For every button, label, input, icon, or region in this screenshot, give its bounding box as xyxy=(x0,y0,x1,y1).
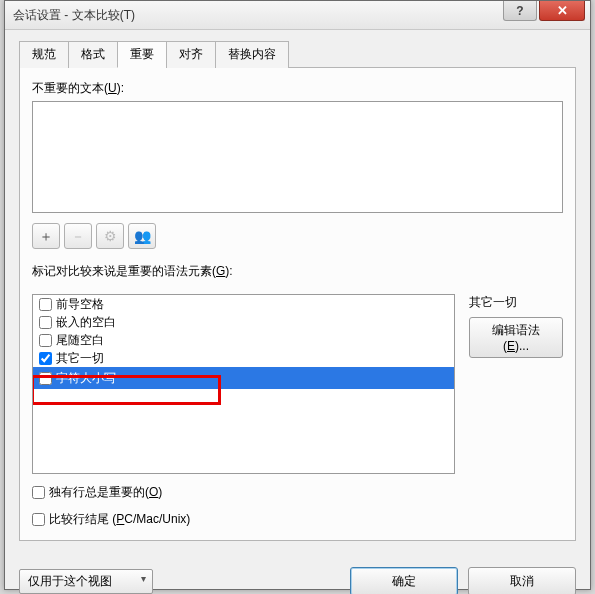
list-item-label: 字符大小写 xyxy=(56,370,116,387)
tab-body-important: 不重要的文本(U): ＋ － ⚙ 👥 标记对比较来说是重要的语法元素(G): 前… xyxy=(19,68,576,541)
alone-rows-label: 独有行总是重要的(O) xyxy=(49,484,162,501)
checkbox-leading-ws[interactable] xyxy=(39,298,52,311)
tab-format[interactable]: 格式 xyxy=(68,41,118,68)
list-item[interactable]: 嵌入的空白 xyxy=(33,313,454,331)
checkbox-trailing-ws[interactable] xyxy=(39,334,52,347)
list-item-label: 前导空格 xyxy=(56,296,104,313)
help-button[interactable]: ? xyxy=(503,1,537,21)
grammar-section: 前导空格 嵌入的空白 尾随空白 其它一切 xyxy=(32,294,563,474)
settings-button[interactable]: ⚙ xyxy=(96,223,124,249)
tab-spec[interactable]: 规范 xyxy=(19,41,69,68)
client-area: 规范 格式 重要 对齐 替换内容 不重要的文本(U): ＋ － ⚙ 👥 标记对比… xyxy=(5,30,590,594)
edit-grammar-button[interactable]: 编辑语法(E)... xyxy=(469,317,563,358)
dialog-window: 会话设置 - 文本比较(T) ? ✕ 规范 格式 重要 对齐 替换内容 不重要的… xyxy=(4,0,591,590)
list-item[interactable]: 前导空格 xyxy=(33,295,454,313)
list-item-label: 其它一切 xyxy=(56,350,104,367)
checkbox-embedded-ws[interactable] xyxy=(39,316,52,329)
grammar-listbox[interactable]: 前导空格 嵌入的空白 尾随空白 其它一切 xyxy=(32,294,455,474)
window-title: 会话设置 - 文本比较(T) xyxy=(13,7,135,24)
people-icon: 👥 xyxy=(134,229,151,243)
list-item-selected[interactable]: 字符大小写 xyxy=(33,367,454,389)
scope-combo-value: 仅用于这个视图 xyxy=(28,574,112,588)
plus-icon: ＋ xyxy=(39,229,53,243)
tab-replace[interactable]: 替换内容 xyxy=(215,41,289,68)
compare-eol-row: 比较行结尾 (PC/Mac/Unix) xyxy=(32,511,563,528)
group-button[interactable]: 👥 xyxy=(128,223,156,249)
close-button[interactable]: ✕ xyxy=(539,1,585,21)
scope-combo[interactable]: 仅用于这个视图 xyxy=(19,569,153,594)
checkbox-case[interactable] xyxy=(39,372,52,385)
list-item[interactable]: 其它一切 xyxy=(33,349,454,367)
unimportant-toolbar: ＋ － ⚙ 👥 xyxy=(32,223,563,249)
ok-button[interactable]: 确定 xyxy=(350,567,458,594)
window-controls: ? ✕ xyxy=(503,1,590,21)
titlebar: 会话设置 - 文本比较(T) ? ✕ xyxy=(5,1,590,30)
compare-eol-label: 比较行结尾 (PC/Mac/Unix) xyxy=(49,511,190,528)
grammar-right-column: 其它一切 编辑语法(E)... xyxy=(469,294,563,474)
tab-important[interactable]: 重要 xyxy=(117,41,167,68)
grammar-label: 标记对比较来说是重要的语法元素(G): xyxy=(32,263,563,280)
add-button[interactable]: ＋ xyxy=(32,223,60,249)
list-item-label: 嵌入的空白 xyxy=(56,314,116,331)
checkbox-compare-eol[interactable] xyxy=(32,513,45,526)
remove-button[interactable]: － xyxy=(64,223,92,249)
checkbox-other-all[interactable] xyxy=(39,352,52,365)
tab-strip: 规范 格式 重要 对齐 替换内容 xyxy=(19,40,576,68)
other-all-label: 其它一切 xyxy=(469,294,563,311)
cancel-button[interactable]: 取消 xyxy=(468,567,576,594)
minus-icon: － xyxy=(71,229,85,243)
list-item-label: 尾随空白 xyxy=(56,332,104,349)
tab-align[interactable]: 对齐 xyxy=(166,41,216,68)
checkbox-alone-rows[interactable] xyxy=(32,486,45,499)
alone-rows-row: 独有行总是重要的(O) xyxy=(32,484,563,501)
unimportant-text-area[interactable] xyxy=(32,101,563,213)
list-item[interactable]: 尾随空白 xyxy=(33,331,454,349)
unimportant-text-label: 不重要的文本(U): xyxy=(32,80,563,97)
dialog-footer: 仅用于这个视图 确定 取消 xyxy=(19,557,576,594)
gear-icon: ⚙ xyxy=(104,229,117,243)
